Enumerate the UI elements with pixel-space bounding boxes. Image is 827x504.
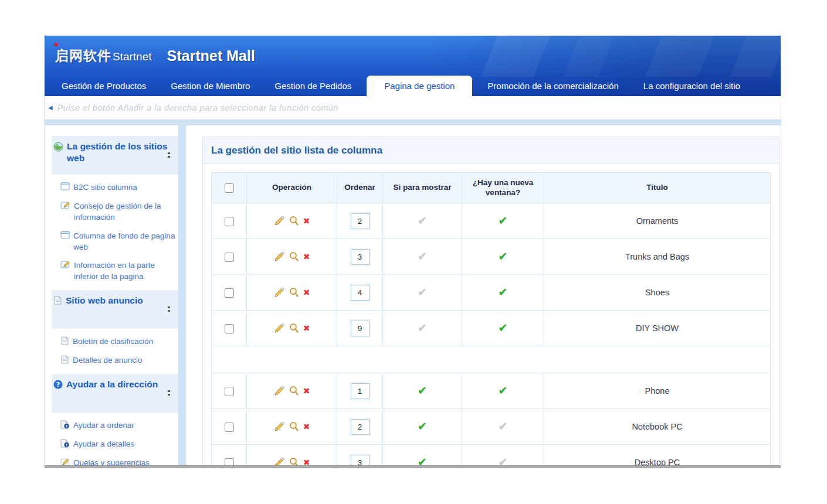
delete-x-icon[interactable]: ✖ bbox=[303, 423, 310, 431]
sidebar-section-title: La gestión de los sitios web bbox=[67, 141, 168, 164]
column-list-panel: La gestión del sitio lista de columna Op… bbox=[202, 137, 779, 466]
magnifier-icon[interactable] bbox=[289, 216, 299, 226]
sidebar-item[interactable]: Quejas y sugerencias bbox=[60, 458, 178, 466]
magnifier-icon[interactable] bbox=[289, 323, 299, 333]
order-input[interactable] bbox=[351, 321, 370, 336]
col-header-show: Si para mostrar bbox=[383, 173, 462, 203]
edit-pencil-icon[interactable] bbox=[274, 422, 284, 432]
operation-cell: ✖ bbox=[247, 216, 337, 226]
sidebar-section-header[interactable]: ?Ayudar a la dirección bbox=[52, 374, 178, 413]
pencil-icon bbox=[60, 458, 70, 466]
edit-pencil-icon[interactable] bbox=[274, 252, 284, 262]
new-window-check-on-icon[interactable]: ✔ bbox=[499, 286, 508, 298]
delete-x-icon[interactable]: ✖ bbox=[303, 253, 310, 261]
title-cell: Trunks and Bags bbox=[544, 239, 771, 275]
new-window-check-on-icon[interactable]: ✔ bbox=[499, 250, 508, 263]
logo-chinese-text: 启网软件 bbox=[55, 47, 111, 65]
magnifier-icon[interactable] bbox=[289, 421, 299, 432]
show-check-on-icon[interactable]: ✔ bbox=[418, 384, 427, 397]
nav-tab-6[interactable]: La configuracion del sitio bbox=[634, 76, 750, 96]
order-input[interactable] bbox=[351, 249, 370, 265]
burger-icon[interactable] bbox=[168, 296, 170, 324]
sidebar-item[interactable]: Detalles de anuncio bbox=[60, 355, 178, 366]
sidebar-item[interactable]: ?Ayudar a detalles bbox=[60, 439, 178, 450]
document-lines-icon bbox=[60, 355, 69, 364]
col-header-operation: Operación bbox=[247, 173, 337, 203]
row-checkbox[interactable] bbox=[225, 423, 234, 432]
sidebar-item[interactable]: ?Ayudar a ordenar bbox=[60, 420, 178, 431]
magnifier-icon[interactable] bbox=[289, 251, 299, 262]
show-check-on-icon[interactable]: ✔ bbox=[418, 456, 427, 466]
app-header: ★ 启网软件 Startnet Startnet Mall Gestión de… bbox=[45, 36, 781, 96]
delete-x-icon[interactable]: ✖ bbox=[303, 387, 310, 395]
delete-x-icon[interactable]: ✖ bbox=[303, 288, 310, 297]
show-check-off-icon[interactable]: ✔ bbox=[418, 214, 427, 227]
edit-pencil-icon[interactable] bbox=[274, 216, 284, 226]
sidebar-section-header[interactable]: Sitio web anuncio bbox=[52, 290, 178, 329]
magnifier-icon[interactable] bbox=[289, 457, 299, 466]
burger-icon[interactable] bbox=[168, 380, 170, 408]
svg-text:?: ? bbox=[66, 424, 68, 429]
operation-cell: ✖ bbox=[247, 421, 337, 432]
row-checkbox[interactable] bbox=[225, 387, 234, 396]
new-window-check-on-icon[interactable]: ✔ bbox=[499, 214, 508, 227]
row-checkbox[interactable] bbox=[225, 217, 234, 226]
new-window-check-off-icon[interactable]: ✔ bbox=[499, 456, 508, 466]
panel-title: La gestión del sitio lista de columna bbox=[203, 137, 779, 164]
sidebar-item[interactable]: B2C sitio columna bbox=[60, 182, 178, 193]
nav-tab-2[interactable]: Gestion de Miembro bbox=[161, 76, 259, 96]
sidebar-item[interactable]: Columna de fondo de pagina web bbox=[60, 231, 178, 253]
new-window-check-on-icon[interactable]: ✔ bbox=[499, 384, 508, 397]
sidebar-item-label: Quejas y sugerencias bbox=[73, 458, 150, 466]
window-bottom-edge bbox=[45, 465, 781, 468]
sidebar-item[interactable]: Información en la parte inferior de la p… bbox=[60, 260, 178, 282]
magnifier-icon[interactable] bbox=[289, 287, 299, 298]
delete-x-icon[interactable]: ✖ bbox=[303, 217, 310, 225]
nav-tab-5[interactable]: Promoción de la comercialización bbox=[478, 76, 628, 96]
sidebar-splitter[interactable] bbox=[178, 125, 186, 466]
show-check-off-icon[interactable]: ✔ bbox=[418, 286, 427, 298]
sidebar-section-header[interactable]: La gestión de los sitios web bbox=[52, 136, 178, 175]
sidebar-item-label: Información en la parte inferior de la p… bbox=[74, 260, 178, 282]
delete-x-icon[interactable]: ✖ bbox=[303, 324, 310, 332]
operation-cell: ✖ bbox=[247, 386, 337, 396]
table-row: ✖✔✔Notebook PC bbox=[212, 409, 771, 445]
operation-cell: ✖ bbox=[247, 287, 337, 298]
column-list-table: Operación Ordenar Si para mostrar ¿Hay u… bbox=[211, 172, 771, 466]
logo-latin-text: Startnet bbox=[113, 50, 152, 63]
edit-pencil-icon[interactable] bbox=[274, 386, 284, 396]
order-input[interactable] bbox=[351, 455, 370, 466]
row-checkbox[interactable] bbox=[225, 324, 234, 333]
edit-pencil-icon[interactable] bbox=[274, 288, 284, 298]
edit-pencil-icon[interactable] bbox=[274, 458, 284, 466]
row-checkbox[interactable] bbox=[225, 458, 234, 466]
order-input[interactable] bbox=[351, 213, 370, 229]
show-check-on-icon[interactable]: ✔ bbox=[418, 420, 427, 433]
order-input[interactable] bbox=[351, 285, 370, 301]
row-checkbox[interactable] bbox=[225, 253, 234, 262]
table-row: ✖✔✔Ornaments bbox=[212, 203, 771, 239]
sidebar-item[interactable]: Consejo de gestión de la información bbox=[60, 201, 178, 223]
company-logo: ★ 启网软件 Startnet bbox=[55, 47, 152, 65]
new-window-check-off-icon[interactable]: ✔ bbox=[499, 420, 508, 433]
col-header-title: Título bbox=[544, 173, 771, 203]
magnifier-icon[interactable] bbox=[289, 386, 299, 396]
sidebar-item[interactable]: Boletín de clasificación bbox=[60, 336, 178, 348]
nav-tab-3[interactable]: Gestion de Pedidos bbox=[265, 76, 361, 96]
select-all-checkbox[interactable] bbox=[225, 183, 234, 193]
nav-tab-4[interactable]: Pagina de gestion bbox=[367, 76, 472, 96]
burger-icon[interactable] bbox=[168, 142, 170, 170]
collapse-left-icon[interactable]: ◀ bbox=[48, 104, 53, 111]
row-checkbox[interactable] bbox=[225, 288, 234, 298]
show-check-off-icon[interactable]: ✔ bbox=[418, 322, 427, 334]
show-check-off-icon[interactable]: ✔ bbox=[418, 250, 427, 263]
order-input[interactable] bbox=[351, 419, 370, 435]
edit-icon bbox=[60, 201, 70, 210]
nav-tab-1[interactable]: Gestión de Productos bbox=[52, 76, 155, 96]
order-input[interactable] bbox=[351, 383, 370, 399]
new-window-check-on-icon[interactable]: ✔ bbox=[499, 322, 508, 334]
sidebar-section-title: Ayudar a la dirección bbox=[66, 379, 168, 390]
svg-text:?: ? bbox=[66, 443, 68, 448]
col-header-order: Ordenar bbox=[337, 173, 383, 203]
edit-pencil-icon[interactable] bbox=[274, 323, 284, 333]
